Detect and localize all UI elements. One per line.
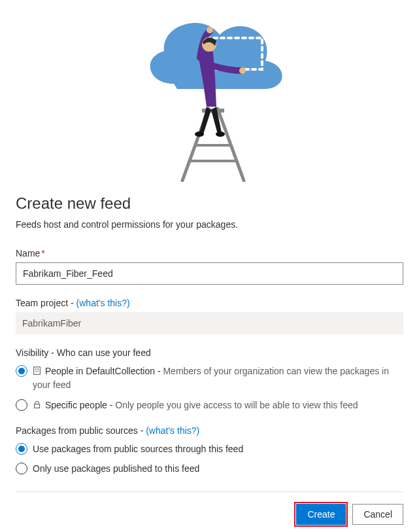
visibility-specific-desc: Only people you give access to will be a… (115, 400, 358, 410)
svg-rect-12 (35, 368, 37, 370)
public-sources-label: Packages from public sources - (what's t… (16, 425, 403, 436)
cloud-painter-illustration (112, 5, 308, 182)
visibility-option-specific[interactable]: Specific people - Only people you give a… (16, 399, 403, 412)
page-title: Create new feed (16, 194, 403, 213)
button-row: Create Cancel (16, 504, 403, 525)
divider (16, 491, 403, 492)
name-label-text: Name (16, 248, 40, 258)
cancel-button[interactable]: Cancel (352, 504, 403, 525)
collection-icon (33, 365, 41, 378)
lock-icon (33, 399, 41, 412)
radio-public-only[interactable] (16, 463, 27, 474)
required-star: * (41, 248, 44, 258)
name-label: Name* (16, 248, 403, 258)
team-project-block: Team project - (what's this?) FabrikamFi… (16, 298, 403, 334)
svg-rect-13 (37, 368, 39, 370)
name-field-block: Name* (16, 248, 403, 285)
public-sources-label-text: Packages from public sources - (16, 425, 146, 436)
svg-point-9 (239, 67, 246, 74)
public-sources-whats-this-link[interactable]: (what's this?) (146, 425, 199, 436)
team-project-whats-this-link[interactable]: (what's this?) (76, 298, 130, 308)
illustration (16, 0, 403, 184)
svg-point-6 (195, 132, 204, 137)
svg-rect-16 (34, 404, 39, 408)
svg-point-8 (207, 27, 213, 33)
public-sources-only-label: Only use packages published to this feed (33, 462, 403, 475)
visibility-specific-lead: Specific people - (45, 400, 115, 410)
page-subtitle: Feeds host and control permissions for y… (16, 219, 403, 230)
svg-rect-15 (37, 371, 39, 372)
name-input[interactable] (16, 262, 403, 285)
team-project-label: Team project - (what's this?) (16, 298, 403, 308)
visibility-block: Visibility - Who can use your feed Peopl… (16, 347, 403, 412)
svg-rect-11 (34, 367, 41, 374)
team-project-label-text: Team project - (16, 298, 76, 308)
visibility-label: Visibility - Who can use your feed (16, 347, 403, 358)
create-button[interactable]: Create (296, 504, 346, 525)
visibility-option-collection-body: People in DefaultCollection - Members of… (33, 364, 403, 392)
visibility-collection-lead: People in DefaultCollection - (45, 366, 163, 376)
public-sources-option-use[interactable]: Use packages from public sources through… (16, 442, 403, 455)
radio-visibility-collection[interactable] (16, 365, 27, 377)
public-sources-use-label: Use packages from public sources through… (33, 442, 403, 455)
visibility-option-collection[interactable]: People in DefaultCollection - Members of… (16, 364, 403, 392)
svg-point-7 (216, 132, 225, 137)
radio-public-use[interactable] (16, 443, 27, 455)
public-sources-option-only[interactable]: Only use packages published to this feed (16, 462, 403, 475)
public-sources-block: Packages from public sources - (what's t… (16, 425, 403, 476)
team-project-value: FabrikamFiber (16, 312, 403, 334)
svg-rect-14 (35, 371, 37, 372)
radio-visibility-specific[interactable] (16, 399, 27, 411)
visibility-option-specific-body: Specific people - Only people you give a… (33, 399, 403, 412)
